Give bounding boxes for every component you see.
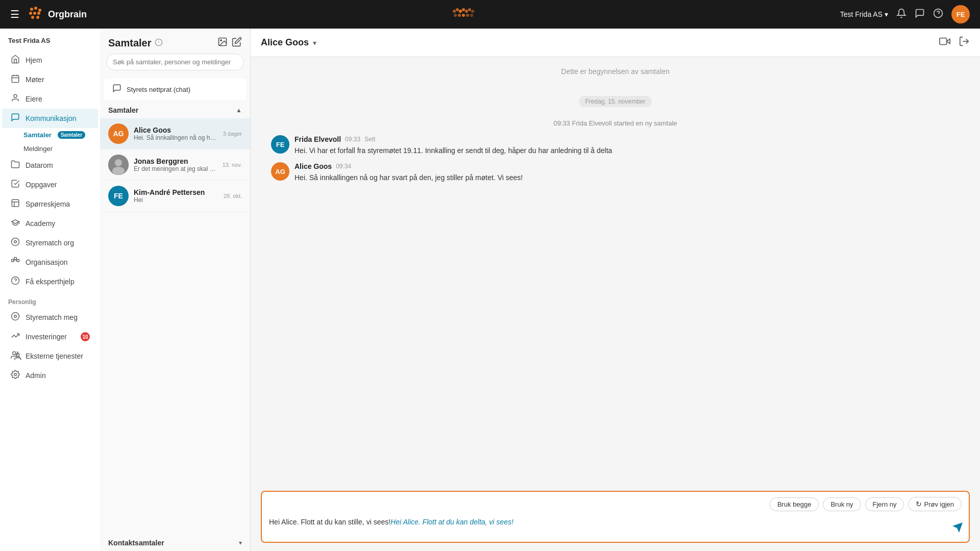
sidebar-org-name: Test Frida AS — [0, 35, 100, 51]
menu-icon[interactable]: ☰ — [10, 8, 19, 20]
svg-point-7 — [36, 16, 39, 19]
kontakt-group-label: Kontaktsamtaler — [108, 539, 164, 547]
avatar-kim: FE — [108, 186, 129, 206]
search-input[interactable] — [106, 54, 244, 70]
compose-text[interactable]: Hei Alice. Flott at du kan stille, vi se… — [269, 516, 962, 537]
sidebar-label-organisasjon: Organisasjon — [26, 258, 68, 266]
sidebar: Test Frida AS Hjem Møter Eiere Kommunika… — [0, 29, 100, 551]
svg-point-43 — [14, 373, 17, 376]
academy-icon — [10, 218, 20, 229]
compose-area: Bruk begge Bruk ny Fjern ny ↻ Prøv igjen… — [251, 485, 980, 551]
svg-rect-22 — [12, 76, 19, 83]
message-seen-frida: Sett — [364, 136, 375, 143]
sidebar-subitem-meldinger[interactable]: Meldinger — [0, 142, 100, 156]
avatar-jonas — [108, 155, 129, 175]
sidebar-item-eksperthjelp[interactable]: Få eksperthjelp — [2, 272, 98, 291]
conv-item-kim[interactable]: FE Kim-André Pettersen Hei 28. okt. — [100, 181, 250, 212]
svg-point-2 — [38, 9, 41, 12]
conv-title-row: Samtaler — [108, 37, 163, 49]
chat-header-right — [939, 36, 970, 49]
sidebar-item-investeringer[interactable]: Investeringer 10 — [2, 327, 98, 346]
sidebar-item-moter[interactable]: Møter — [2, 70, 98, 89]
special-chat-label: Styrets nettprat (chat) — [127, 86, 190, 93]
message-content-alice: Alice Goos 09:34 Hei. Så innkallingen nå… — [295, 162, 960, 183]
sidebar-label-externe: Eksterne tjenester — [26, 352, 83, 360]
sidebar-item-datarom[interactable]: Datarom — [2, 156, 98, 175]
sidebar-label-hjem: Hjem — [26, 56, 42, 64]
sidebar-item-kommunikasjon[interactable]: Kommunikasjon — [2, 109, 98, 128]
help-icon[interactable] — [933, 8, 943, 21]
conv-item-jonas[interactable]: Jonas Berggren Er det meningen at jeg sk… — [100, 149, 250, 181]
bell-icon[interactable] — [896, 8, 906, 21]
topbar: ☰ Orgbrain — [0, 0, 980, 29]
compose-box: Bruk begge Bruk ny Fjern ny ↻ Prøv igjen… — [261, 491, 970, 543]
conv-name-alice: Alice Goos — [134, 126, 218, 134]
message-time-alice: 09:34 — [336, 163, 351, 170]
svg-point-30 — [12, 238, 19, 246]
sidebar-item-eiere[interactable]: Eiere — [2, 89, 98, 109]
sidebar-item-organisasjon[interactable]: Organisasjon — [2, 253, 98, 272]
sidebar-label-admin: Admin — [26, 371, 46, 380]
sidebar-subitem-samtaler[interactable]: Samtaler Samtaler — [0, 128, 100, 142]
prov-igjen-btn[interactable]: ↻ Prøv igjen — [908, 497, 962, 511]
sidebar-item-externe-tjenester[interactable]: Eksterne tjenester — [2, 346, 98, 366]
message-author-alice: Alice Goos — [295, 162, 332, 170]
send-button[interactable] — [951, 521, 964, 537]
topbar-right: Test Frida AS ▾ FE — [840, 5, 970, 23]
sidebar-item-academy[interactable]: Academy — [2, 214, 98, 233]
conv-item-alice[interactable]: AG Alice Goos Hei. Så innkallingen nå og… — [100, 118, 250, 149]
kontakt-group-header[interactable]: Kontaktsamtaler ▾ — [100, 535, 250, 551]
svg-point-50 — [115, 159, 122, 166]
sidebar-item-sporreskjema[interactable]: Spørreskjema — [2, 194, 98, 214]
compose-text-ai: Hei Alice. Flott at du kan delta, vi see… — [390, 518, 513, 526]
conv-edit-btn[interactable] — [232, 37, 242, 49]
svg-point-4 — [33, 12, 36, 15]
logo-area: Orgbrain — [28, 5, 87, 24]
svg-point-11 — [462, 8, 465, 11]
company-selector[interactable]: Test Frida AS ▾ — [840, 10, 888, 18]
styrematch-icon — [10, 237, 20, 248]
svg-point-17 — [462, 14, 465, 17]
bruk-begge-btn[interactable]: Bruk begge — [770, 497, 819, 511]
sidebar-label-academy: Academy — [26, 219, 55, 228]
conv-photo-btn[interactable] — [217, 37, 228, 49]
message-content-frida: Frida Elvevoll 09:33 Sett Hei. Vi har et… — [295, 135, 960, 156]
sidebar-label-styrematch-meg: Styrematch meg — [26, 313, 78, 321]
sidebar-item-admin[interactable]: Admin — [2, 366, 98, 385]
bruk-ny-btn[interactable]: Bruk ny — [823, 497, 861, 511]
samtaler-group-header[interactable]: Samtaler ▲ — [100, 102, 250, 118]
chat-dropdown-icon[interactable]: ▾ — [313, 39, 316, 47]
chat-icon[interactable] — [915, 8, 925, 21]
avatar-alice: AG — [108, 123, 129, 144]
sidebar-item-oppgaver[interactable]: Oppgaver — [2, 175, 98, 194]
topbar-center — [451, 6, 476, 22]
owners-icon — [10, 93, 20, 105]
sidebar-item-styrematch-meg[interactable]: Styrematch meg — [2, 308, 98, 327]
compose-suggestions: Bruk begge Bruk ny Fjern ny ↻ Prøv igjen — [269, 497, 962, 511]
svg-rect-53 — [940, 38, 947, 45]
sidebar-item-hjem[interactable]: Hjem — [2, 51, 98, 70]
svg-point-40 — [14, 315, 17, 318]
conv-info-kim: Kim-André Pettersen Hei — [134, 188, 218, 204]
sidebar-label-moter: Møter — [26, 76, 44, 84]
conv-preview-kim: Hei — [134, 196, 218, 204]
leave-chat-btn[interactable] — [959, 36, 970, 49]
compose-text-normal: Hei Alice. Flott at du kan stille, vi se… — [269, 518, 390, 526]
special-chat-item[interactable]: Styrets nettprat (chat) — [104, 79, 246, 100]
svg-point-26 — [14, 94, 17, 97]
video-call-btn[interactable] — [939, 36, 950, 49]
prov-igjen-label: Prøv igjen — [924, 500, 954, 508]
conversation-panel: Samtaler Styrets nettprat (ch — [100, 29, 251, 551]
investments-icon — [10, 331, 20, 342]
tasks-icon — [10, 179, 20, 190]
sidebar-item-styrematch-org[interactable]: Styrematch org — [2, 233, 98, 253]
svg-point-31 — [14, 241, 17, 243]
chat-start-text: Dette er begynnelsen av samtalen — [271, 67, 960, 76]
fjern-ny-btn[interactable]: Fjern ny — [865, 497, 904, 511]
message-row-frida: FE Frida Elvevoll 09:33 Sett Hei. Vi har… — [271, 135, 960, 156]
chat-area: Alice Goos ▾ Dette er begynnelsen av sam… — [251, 29, 980, 551]
conv-info-icon[interactable] — [155, 38, 163, 48]
svg-point-14 — [471, 10, 474, 13]
company-name: Test Frida AS — [840, 10, 883, 18]
user-avatar[interactable]: FE — [951, 5, 970, 23]
